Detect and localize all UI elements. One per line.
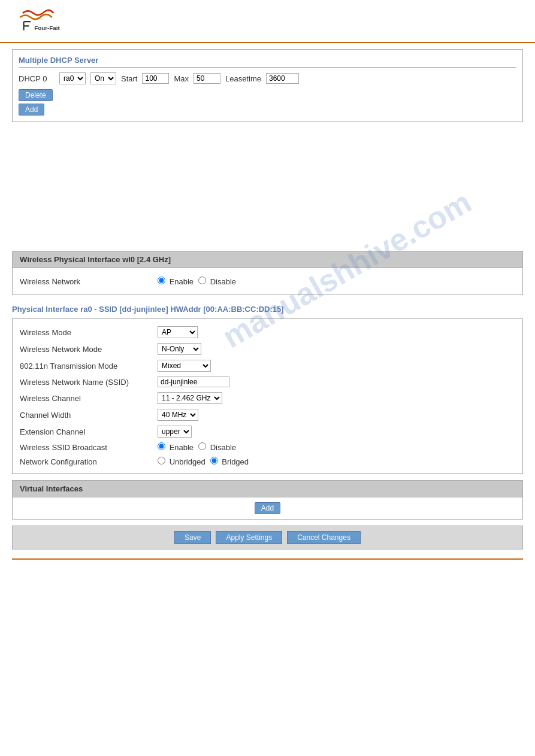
add-virtual-button[interactable]: Add <box>255 502 280 514</box>
ssid-broadcast-enable-text: Enable <box>170 443 194 452</box>
ssid-broadcast-disable-text: Disable <box>210 443 236 452</box>
wireless-network-mode-value: N-Only B-Only G-Only Mixed Disabled <box>158 343 201 355</box>
extension-channel-row: Extension Channel upper lower <box>20 423 515 440</box>
dhcp-btn-row: Delete <box>19 89 516 101</box>
channel-label: Wireless Channel <box>20 394 152 403</box>
cancel-changes-button[interactable]: Cancel Changes <box>287 531 361 544</box>
delete-button[interactable]: Delete <box>19 89 53 101</box>
extension-channel-label: Extension Channel <box>20 427 152 436</box>
ssid-label: Wireless Network Name (SSID) <box>20 378 152 387</box>
leasetime-label: Leasetime <box>225 74 261 83</box>
wireless-network-row: Wireless Network Enable Disable <box>20 274 515 289</box>
disable-label: Disable <box>210 277 236 286</box>
dhcp-label: DHCP 0 <box>19 74 55 83</box>
disable-radio-label[interactable]: Disable <box>198 277 236 286</box>
spacer <box>12 131 523 251</box>
ssid-broadcast-disable-radio[interactable] <box>198 442 206 450</box>
channel-row: Wireless Channel 11 - 2.462 GHz 1 - 2.41… <box>20 390 515 406</box>
ssid-row: Wireless Network Name (SSID) <box>20 374 515 390</box>
network-config-row: Network Configuration Unbridged Bridged <box>20 454 515 469</box>
ssid-broadcast-label: Wireless SSID Broadcast <box>20 443 152 452</box>
transmission-mode-row: 802.11n Transmission Mode Mixed Green Fi… <box>20 357 515 374</box>
channel-select[interactable]: 11 - 2.462 GHz 1 - 2.412 GHz 6 - 2.437 G… <box>158 392 222 404</box>
transmission-mode-select[interactable]: Mixed Green Field <box>158 360 211 372</box>
start-label: Start <box>121 74 137 83</box>
enable-radio-label[interactable]: Enable <box>158 277 194 286</box>
wireless-network-mode-select[interactable]: N-Only B-Only G-Only Mixed Disabled <box>158 343 201 355</box>
channel-width-value: 40 MHz 20 MHz <box>158 409 198 421</box>
enable-label: Enable <box>170 277 194 286</box>
bridged-text: Bridged <box>222 457 249 466</box>
channel-width-row: Channel Width 40 MHz 20 MHz <box>20 406 515 423</box>
ssid-broadcast-row: Wireless SSID Broadcast Enable Disable <box>20 440 515 454</box>
transmission-mode-value: Mixed Green Field <box>158 360 211 372</box>
enable-radio[interactable] <box>158 277 165 284</box>
physical-interface-title: Physical Interface ra0 - SSID [dd-junjin… <box>12 301 523 316</box>
disable-radio[interactable] <box>198 277 206 284</box>
wireless-network-mode-label: Wireless Network Mode <box>20 345 152 354</box>
wireless-physical-section: Wireless Physical Interface wl0 [2.4 GHz… <box>12 251 523 295</box>
ssid-value <box>158 377 229 387</box>
virtual-interfaces-section: Virtual Interfaces Add <box>12 480 523 520</box>
add-dhcp-button[interactable]: Add <box>19 104 44 116</box>
physical-interface-section: Physical Interface ra0 - SSID [dd-junjin… <box>12 301 523 474</box>
ssid-broadcast-value: Enable Disable <box>158 442 236 452</box>
apply-settings-button[interactable]: Apply Settings <box>216 531 282 544</box>
max-input[interactable] <box>194 73 220 84</box>
unbridged-radio[interactable] <box>158 457 165 464</box>
ssid-broadcast-disable-label[interactable]: Disable <box>198 442 236 452</box>
wireless-network-mode-row: Wireless Network Mode N-Only B-Only G-On… <box>20 341 515 357</box>
wireless-physical-header: Wireless Physical Interface wl0 [2.4 GHz… <box>12 251 523 268</box>
network-config-label: Network Configuration <box>20 457 152 466</box>
logo-container: Four-Faith <box>12 6 523 39</box>
dhcp-interface-select[interactable]: ra0 ra1 ra2 <box>59 72 86 84</box>
unbridged-label[interactable]: Unbridged <box>158 457 205 466</box>
bottom-line <box>12 558 523 560</box>
start-input[interactable] <box>142 73 169 84</box>
wireless-mode-label: Wireless Mode <box>20 328 152 337</box>
svg-text:Four-Faith: Four-Faith <box>34 25 60 31</box>
dhcp-section: Multiple DHCP Server DHCP 0 ra0 ra1 ra2 … <box>12 49 523 122</box>
save-button[interactable]: Save <box>174 531 211 544</box>
bridged-label[interactable]: Bridged <box>210 457 249 466</box>
dhcp-add-btn-row: Add <box>19 104 516 116</box>
transmission-mode-label: 802.11n Transmission Mode <box>20 362 152 371</box>
wireless-network-label: Wireless Network <box>20 277 152 286</box>
logo-svg: Four-Faith <box>12 6 60 39</box>
ssid-broadcast-enable-label[interactable]: Enable <box>158 442 194 452</box>
channel-width-select[interactable]: 40 MHz 20 MHz <box>158 409 198 421</box>
wireless-mode-value: AP Client Monitor <box>158 326 198 338</box>
ssid-broadcast-enable-radio[interactable] <box>158 442 165 450</box>
footer-buttons: Save Apply Settings Cancel Changes <box>12 526 523 549</box>
main-content: Multiple DHCP Server DHCP 0 ra0 ra1 ra2 … <box>0 49 535 549</box>
extension-channel-select[interactable]: upper lower <box>158 426 192 438</box>
virtual-interfaces-body: Add <box>12 497 523 520</box>
header: Four-Faith <box>0 0 535 43</box>
dhcp-section-title: Multiple DHCP Server <box>19 56 516 68</box>
wireless-physical-body: Wireless Network Enable Disable <box>12 268 523 295</box>
wireless-network-value: Enable Disable <box>158 277 236 286</box>
channel-width-label: Channel Width <box>20 411 152 420</box>
bridged-radio[interactable] <box>210 457 218 464</box>
virtual-interfaces-header: Virtual Interfaces <box>12 480 523 497</box>
leasetime-input[interactable] <box>266 73 299 84</box>
extension-channel-value: upper lower <box>158 426 192 438</box>
wireless-mode-row: Wireless Mode AP Client Monitor <box>20 324 515 341</box>
max-label: Max <box>174 74 189 83</box>
dhcp-state-select[interactable]: On Off <box>90 72 116 84</box>
channel-value: 11 - 2.462 GHz 1 - 2.412 GHz 6 - 2.437 G… <box>158 392 222 404</box>
ssid-input[interactable] <box>158 377 229 387</box>
physical-interface-body: Wireless Mode AP Client Monitor Wireless… <box>12 318 523 474</box>
dhcp-row: DHCP 0 ra0 ra1 ra2 On Off Start Max Leas… <box>19 72 516 84</box>
wireless-mode-select[interactable]: AP Client Monitor <box>158 326 198 338</box>
network-config-value: Unbridged Bridged <box>158 457 249 466</box>
unbridged-text: Unbridged <box>170 457 205 466</box>
